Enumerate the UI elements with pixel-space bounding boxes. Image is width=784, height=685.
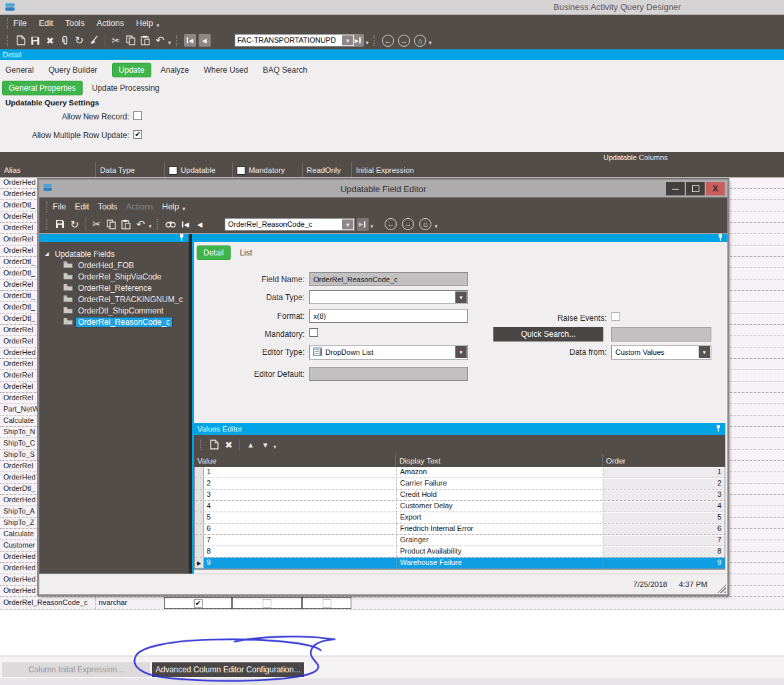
chevron-down-icon[interactable]: ▾: [157, 22, 160, 29]
tree-item[interactable]: OrderRel_ReasonCode_c: [39, 316, 189, 327]
value-cell[interactable]: 6: [204, 524, 393, 532]
row-selector[interactable]: [195, 535, 204, 546]
dialog-menu-actions[interactable]: Actions: [126, 202, 153, 211]
field-combo[interactable]: OrderRel_ReasonCode_c ▾: [225, 218, 355, 231]
header-checkbox[interactable]: [237, 166, 245, 175]
move-up-icon[interactable]: ▲: [243, 438, 258, 452]
chevron-down-icon[interactable]: ▾: [149, 223, 152, 229]
value-cell[interactable]: 8: [204, 547, 393, 555]
previous-record-button[interactable]: ◀: [199, 34, 211, 47]
display-text-cell[interactable]: Export: [396, 513, 600, 523]
display-text-cell[interactable]: Grainger: [396, 536, 600, 546]
updatable-cell[interactable]: ✔: [164, 597, 232, 609]
refresh-icon[interactable]: ↻: [72, 33, 87, 48]
paste-icon[interactable]: [138, 33, 153, 48]
dialog-menu-file[interactable]: File: [53, 202, 66, 211]
save-icon[interactable]: [53, 217, 67, 231]
delete-value-icon[interactable]: ✖: [221, 438, 236, 452]
chevron-down-icon[interactable]: ▾: [168, 39, 171, 46]
tree-item[interactable]: OrderHed_FOB: [39, 259, 189, 271]
values-row[interactable]: 3Credit Hold3: [195, 490, 725, 501]
tab-general-properties[interactable]: General Properties: [2, 81, 83, 95]
cut-icon[interactable]: ✂: [89, 217, 104, 231]
values-row[interactable]: 6Friedrich Internal Error6: [195, 524, 725, 535]
chevron-down-icon[interactable]: ▾: [273, 444, 277, 450]
row-selector[interactable]: ▶: [195, 558, 204, 568]
dialog-menu-tools[interactable]: Tools: [98, 202, 117, 211]
value-cell[interactable]: 1: [204, 468, 393, 476]
advanced-column-editor-configuration-button[interactable]: Advanced Column Editor Configuration...: [152, 662, 304, 677]
mandatory-checkbox[interactable]: ✔: [263, 599, 271, 608]
row-selector[interactable]: [195, 524, 204, 534]
display-text-cell[interactable]: Customer Delay: [396, 502, 600, 512]
refresh-icon[interactable]: ↻: [67, 217, 82, 231]
updatable-checkbox[interactable]: ✔: [194, 599, 203, 608]
search-icon[interactable]: [163, 217, 178, 231]
display-text-cell[interactable]: Carrier Failure: [396, 479, 600, 489]
close-icon[interactable]: X: [706, 182, 725, 195]
paste-icon[interactable]: [119, 217, 133, 231]
display-text-cell[interactable]: Product Availability: [396, 547, 600, 557]
forward-icon[interactable]: →: [402, 218, 414, 230]
menu-edit[interactable]: Edit: [39, 19, 53, 28]
field-name-input[interactable]: OrderRel_ReasonCode_c: [309, 272, 468, 286]
forward-icon[interactable]: →: [398, 35, 410, 47]
row-selector[interactable]: [195, 501, 204, 512]
values-row[interactable]: 7Grainger7: [195, 535, 725, 546]
quick-search-button[interactable]: Quick Search...: [493, 327, 603, 341]
chevron-down-icon[interactable]: ▾: [371, 223, 374, 229]
display-text-cell[interactable]: Friedrich Internal Error: [396, 524, 600, 534]
header-value[interactable]: Value: [194, 454, 395, 467]
toolbar-grip[interactable]: [157, 219, 161, 229]
value-cell[interactable]: 3: [204, 490, 393, 498]
tree-item[interactable]: OrderRel_TRACKINGNUM_c: [39, 293, 189, 305]
copy-icon[interactable]: [123, 33, 138, 48]
new-value-icon[interactable]: [207, 438, 221, 452]
expanded-icon[interactable]: ◢: [45, 251, 49, 257]
order-cell[interactable]: 7: [603, 536, 725, 546]
order-cell[interactable]: 9: [603, 558, 725, 568]
dialog-menu-edit[interactable]: Edit: [75, 202, 89, 211]
editor-default-input[interactable]: [309, 367, 468, 381]
query-combo[interactable]: FAC-TRANSPORTATIONUPD ▾: [235, 34, 355, 47]
copy-icon[interactable]: [104, 217, 119, 231]
header-data-type[interactable]: Data Type: [95, 163, 164, 177]
allow-multiple-row-update-checkbox[interactable]: ✔: [133, 130, 142, 139]
tree-item[interactable]: OrderRel_ShipViaCode: [39, 271, 189, 282]
header-alias[interactable]: Alias: [0, 163, 95, 177]
readonly-cell[interactable]: ✔: [302, 597, 351, 609]
save-icon[interactable]: [28, 33, 43, 48]
values-row[interactable]: 4Customer Delay4: [195, 501, 725, 512]
value-cell[interactable]: 5: [204, 513, 393, 521]
toolbar-grip[interactable]: [46, 201, 50, 212]
quick-search-value-input[interactable]: [611, 327, 711, 341]
header-initial-expression[interactable]: Initial Expression: [351, 163, 784, 177]
column-initial-expression-button[interactable]: Column Inital Expression...: [2, 662, 150, 677]
home-icon[interactable]: ⌂: [414, 35, 426, 47]
order-cell[interactable]: 5: [603, 513, 725, 523]
chevron-down-icon[interactable]: ▾: [366, 39, 369, 46]
tree-item[interactable]: OrderRel_Reference: [39, 282, 189, 293]
minimize-icon[interactable]: —: [666, 182, 685, 195]
resize-grip[interactable]: [717, 584, 726, 593]
data-type-combo[interactable]: ▾: [309, 290, 468, 304]
chevron-down-icon[interactable]: ▾: [183, 205, 186, 212]
undo-icon[interactable]: ↶: [133, 217, 148, 231]
values-row[interactable]: 2Carrier Failure2: [195, 478, 725, 490]
order-cell[interactable]: 3: [603, 490, 725, 500]
maximize-icon[interactable]: [686, 182, 705, 195]
pin-icon[interactable]: [715, 424, 721, 434]
header-updatable[interactable]: Updatable: [164, 163, 232, 177]
row-selector[interactable]: [195, 512, 204, 523]
tab-general[interactable]: General: [5, 65, 34, 75]
header-readonly[interactable]: ReadOnly: [302, 163, 351, 177]
delete-icon[interactable]: ✖: [43, 33, 57, 48]
row-selector[interactable]: [195, 478, 204, 489]
values-row[interactable]: 5Export5: [195, 512, 725, 524]
display-text-cell[interactable]: Amazon: [396, 468, 600, 478]
toolbar-grip[interactable]: [7, 35, 11, 46]
chevron-down-icon[interactable]: ▾: [435, 223, 438, 229]
toolbar-grip[interactable]: [7, 18, 11, 29]
new-icon[interactable]: [13, 33, 28, 48]
order-cell[interactable]: 2: [603, 479, 725, 489]
